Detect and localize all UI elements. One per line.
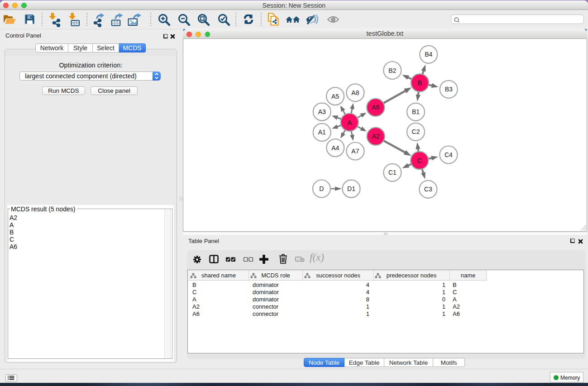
svg-text:A2: A2 [372,133,380,140]
svg-text:B: B [417,79,422,86]
svg-text:A: A [347,119,352,126]
svg-text:C: C [417,157,422,164]
svg-text:B2: B2 [388,67,396,74]
svg-text:A6: A6 [372,104,379,111]
svg-text:D1: D1 [347,185,355,192]
svg-text:C2: C2 [412,128,420,135]
svg-text:A4: A4 [331,144,339,152]
svg-text:A3: A3 [318,108,326,115]
svg-text:A7: A7 [351,148,359,155]
svg-text:B3: B3 [445,86,453,93]
svg-text:B4: B4 [425,51,432,58]
svg-text:A1: A1 [318,129,326,136]
svg-text:D: D [319,185,324,192]
svg-text:C1: C1 [388,169,397,176]
svg-text:A8: A8 [351,89,359,96]
svg-text:C4: C4 [445,151,453,158]
svg-text:B1: B1 [412,108,420,115]
svg-text:A5: A5 [331,93,339,100]
svg-text:C3: C3 [424,186,432,193]
